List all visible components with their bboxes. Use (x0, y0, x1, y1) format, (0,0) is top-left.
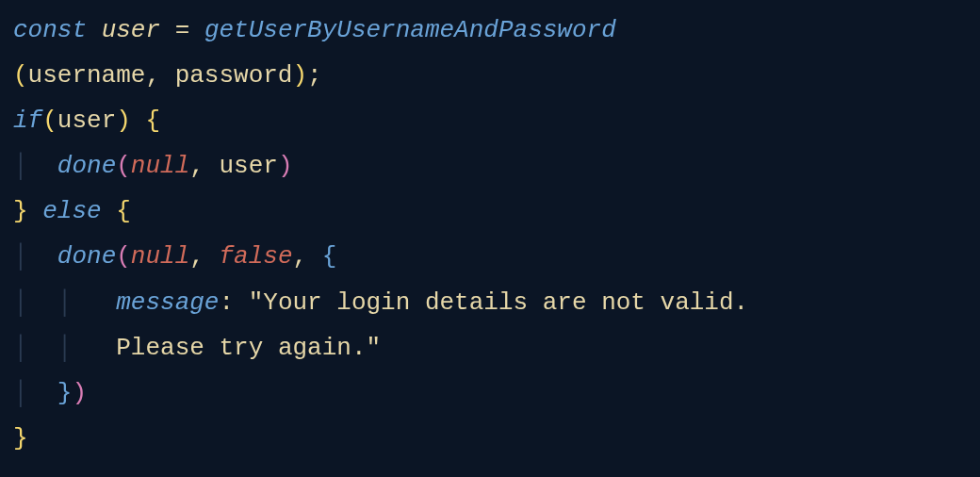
literal-null: null (131, 242, 189, 271)
paren-close: ) (72, 379, 87, 407)
code-editor-content[interactable]: const user = getUserByUsernameAndPasswor… (13, 8, 967, 461)
keyword-const: const (13, 16, 87, 44)
indent-guide-icon: │ (13, 242, 28, 271)
literal-false: false (220, 242, 293, 271)
code-line-6: │ done(null, false, { (13, 242, 336, 271)
code-line-1: const user = getUserByUsernameAndPasswor… (13, 16, 616, 44)
colon: : (219, 288, 234, 317)
brace-close: } (13, 424, 28, 452)
indent-guide-icon: │ (13, 334, 28, 362)
code-line-4: │ done(null, user) (13, 152, 293, 180)
comma: , (189, 152, 204, 180)
paren-open: ( (116, 152, 131, 180)
code-line-10: } (13, 424, 28, 452)
code-line-3: if(user) { (13, 107, 160, 135)
var-user: user (220, 152, 278, 180)
arg-username: username (28, 61, 146, 90)
paren-close: ) (116, 107, 131, 135)
indent-guide-icon: │ (13, 379, 28, 407)
semicolon: ; (307, 61, 322, 90)
op-equals: = (175, 16, 190, 44)
indent-guide-icon: │ (57, 334, 73, 362)
indent-guide-icon: │ (57, 288, 73, 317)
func-done: done (57, 152, 116, 180)
paren-open: ( (13, 61, 28, 90)
code-line-8: │ │ Please try again." (13, 334, 381, 362)
indent-guide-icon: │ (13, 288, 28, 317)
brace-close: } (13, 197, 28, 225)
code-line-9: │ }) (13, 379, 87, 407)
paren-close: ) (278, 152, 293, 180)
comma: , (293, 242, 308, 271)
string-literal: Please try again." (116, 334, 381, 362)
paren-open: ( (42, 107, 57, 135)
arg-password: password (175, 61, 293, 90)
var-user: user (57, 107, 116, 135)
func-getuser: getUserByUsernameAndPassword (204, 16, 616, 44)
paren-close: ) (292, 61, 307, 90)
code-line-2: (username, password); (13, 61, 322, 90)
func-done: done (57, 242, 116, 271)
comma: , (145, 61, 160, 90)
keyword-if: if (13, 107, 42, 135)
keyword-else: else (42, 197, 101, 225)
brace-open: { (322, 242, 337, 271)
brace-open: { (116, 197, 131, 225)
comma: , (189, 242, 204, 271)
var-user: user (102, 16, 160, 44)
paren-open: ( (116, 242, 131, 271)
code-line-5: } else { (13, 197, 131, 225)
property-message: message (116, 288, 219, 317)
string-literal: "Your login details are not valid. (249, 288, 749, 317)
brace-open: { (145, 107, 160, 135)
literal-null: null (131, 152, 189, 180)
code-line-7: │ │ message: "Your login details are not… (13, 288, 748, 317)
brace-close: } (57, 379, 73, 407)
indent-guide-icon: │ (13, 152, 28, 180)
